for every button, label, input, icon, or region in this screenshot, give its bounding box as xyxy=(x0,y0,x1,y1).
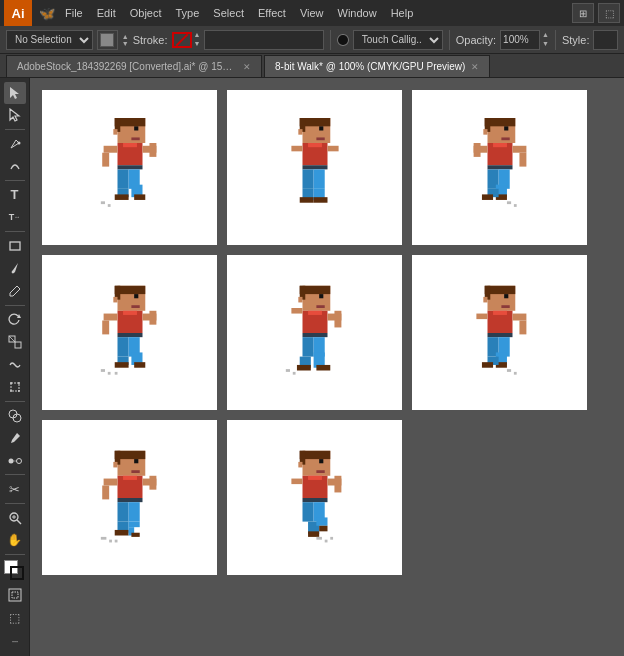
svg-rect-134 xyxy=(493,310,507,314)
menu-edit[interactable]: Edit xyxy=(90,0,123,26)
svg-rect-137 xyxy=(476,313,487,319)
hand-tool[interactable]: ✋ xyxy=(4,529,26,551)
sprite-cell-2-0 xyxy=(42,420,217,575)
tool-separator-1 xyxy=(5,129,25,130)
free-transform-tool[interactable] xyxy=(4,376,26,398)
menu-object[interactable]: Object xyxy=(123,0,169,26)
svg-rect-39 xyxy=(117,169,128,188)
touch-type-tool[interactable]: T↔ xyxy=(4,207,26,229)
tab-adobestock-close[interactable]: ✕ xyxy=(243,62,251,72)
menu-file[interactable]: File xyxy=(58,0,90,26)
menu-window[interactable]: Window xyxy=(331,0,384,26)
stroke-arrow-box[interactable]: ▲▼ xyxy=(122,33,129,47)
svg-rect-83 xyxy=(506,201,510,204)
rotate-tool[interactable] xyxy=(4,309,26,331)
svg-rect-146 xyxy=(513,371,516,374)
svg-rect-42 xyxy=(114,194,128,200)
svg-point-12 xyxy=(10,390,12,392)
svg-rect-117 xyxy=(334,310,341,327)
menu-type[interactable]: Type xyxy=(169,0,207,26)
menu-help[interactable]: Help xyxy=(384,0,421,26)
zoom-tool[interactable] xyxy=(4,507,26,529)
eyedropper-tool[interactable] xyxy=(4,427,26,449)
blend-tool[interactable] xyxy=(4,450,26,472)
tool-separator-4 xyxy=(5,305,25,306)
curvature-tool[interactable] xyxy=(4,156,26,178)
fill-color-box[interactable] xyxy=(97,30,118,50)
svg-marker-1 xyxy=(10,109,19,121)
scissors-tool[interactable]: ✂ xyxy=(4,478,26,500)
rectangle-tool[interactable] xyxy=(4,235,26,257)
svg-rect-33 xyxy=(123,143,137,147)
touch-calligraphy-select[interactable]: Touch Callig... xyxy=(353,30,443,50)
tab-8bit-walk[interactable]: 8-bit Walk* @ 100% (CMYK/GPU Preview) ✕ xyxy=(264,55,490,77)
svg-rect-24 xyxy=(9,589,21,601)
svg-point-11 xyxy=(18,382,20,384)
svg-rect-124 xyxy=(316,364,330,370)
sprite-cell-0-1 xyxy=(227,90,402,245)
warp-tool[interactable] xyxy=(4,354,26,376)
svg-rect-126 xyxy=(292,371,295,374)
scale-tool[interactable] xyxy=(4,331,26,353)
svg-rect-63 xyxy=(313,197,327,203)
menu-effect[interactable]: Effect xyxy=(251,0,293,26)
svg-rect-169 xyxy=(114,539,117,542)
direct-selection-tool[interactable] xyxy=(4,105,26,127)
menu-select[interactable]: Select xyxy=(206,0,251,26)
stroke-value-input[interactable] xyxy=(204,30,324,50)
type-tool[interactable]: T xyxy=(4,184,26,206)
stroke-label: Stroke: xyxy=(133,34,168,46)
style-dropdown[interactable] xyxy=(593,30,618,50)
sprite-row-1 xyxy=(42,255,612,410)
shape-builder-tool[interactable] xyxy=(4,405,26,427)
screen-mode-button[interactable]: ⬚ xyxy=(4,607,26,629)
svg-rect-168 xyxy=(109,539,112,542)
pencil-tool[interactable] xyxy=(4,280,26,302)
grid-view-icon[interactable]: ⊞ xyxy=(572,3,594,23)
svg-rect-119 xyxy=(302,337,313,356)
tab-8bit-walk-close[interactable]: ✕ xyxy=(471,62,479,72)
main-area: T T↔ xyxy=(0,78,624,656)
svg-rect-180 xyxy=(291,478,302,484)
opacity-input-box: ▲ ▼ xyxy=(500,30,549,50)
fill-stroke-indicator[interactable] xyxy=(2,558,28,583)
more-tools-button[interactable]: ··· xyxy=(4,630,26,652)
svg-rect-73 xyxy=(519,152,526,166)
toolbar-separator-3 xyxy=(555,30,556,50)
svg-rect-50 xyxy=(319,126,323,130)
svg-rect-61 xyxy=(299,197,313,203)
opacity-arrows[interactable]: ▲ ▼ xyxy=(542,31,549,48)
paintbrush-tool[interactable] xyxy=(4,258,26,280)
svg-rect-110 xyxy=(319,294,323,298)
draw-mode-button[interactable] xyxy=(4,584,26,606)
pen-tool[interactable] xyxy=(4,133,26,155)
canvas-area[interactable] xyxy=(30,78,624,656)
sprite-character-2-1 xyxy=(280,448,350,548)
svg-rect-9 xyxy=(11,383,19,391)
arrange-icon[interactable]: ⬚ xyxy=(598,3,620,23)
stroke-color-box[interactable]: ▲ ▼ xyxy=(172,31,201,48)
svg-rect-89 xyxy=(131,305,139,308)
tool-separator-8 xyxy=(5,554,25,555)
svg-rect-93 xyxy=(103,313,117,320)
svg-rect-154 xyxy=(123,475,137,479)
menu-butterfly-icon[interactable]: 🦋 xyxy=(36,0,58,26)
sprite-row-2 xyxy=(42,420,612,575)
selection-dropdown[interactable]: No Selection xyxy=(6,30,93,50)
svg-rect-51 xyxy=(316,137,324,140)
svg-rect-103 xyxy=(134,362,145,368)
svg-rect-75 xyxy=(473,143,480,157)
svg-rect-92 xyxy=(123,310,137,314)
svg-rect-45 xyxy=(100,201,104,204)
svg-rect-54 xyxy=(308,143,322,147)
tab-adobestock[interactable]: AdobeStock_184392269 [Converted].ai* @ 1… xyxy=(6,55,262,77)
menu-view[interactable]: View xyxy=(293,0,331,26)
sprite-character-1-0 xyxy=(95,283,165,383)
svg-rect-52 xyxy=(298,129,302,135)
svg-rect-25 xyxy=(12,592,18,598)
tabs-bar: AdobeStock_184392269 [Converted].ai* @ 1… xyxy=(0,54,624,78)
selection-tool[interactable] xyxy=(4,82,26,104)
svg-rect-94 xyxy=(102,320,109,334)
ai-logo: Ai xyxy=(4,0,32,26)
opacity-input[interactable] xyxy=(500,30,540,50)
